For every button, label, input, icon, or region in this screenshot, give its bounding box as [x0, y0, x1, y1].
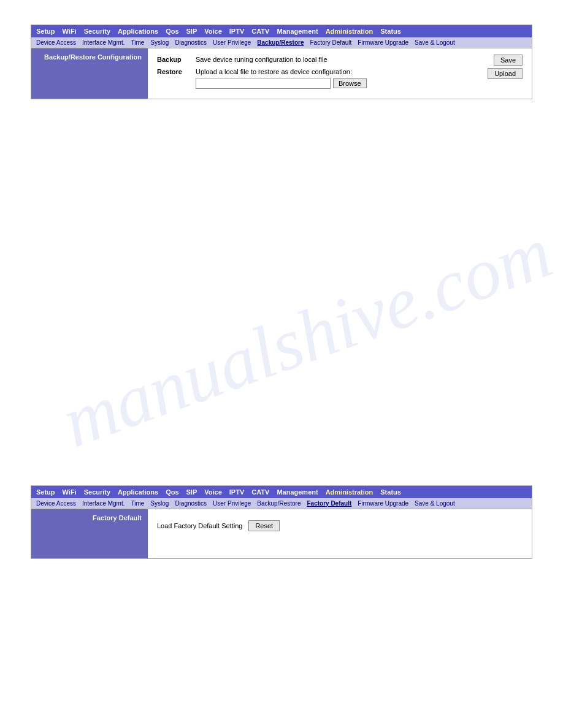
- file-input[interactable]: [196, 78, 331, 89]
- sub-syslog-2[interactable]: Syslog: [150, 500, 169, 507]
- backup-restore-panel: Setup WiFi Security Applications Qos SIP…: [31, 25, 532, 99]
- sidebar-label-1: Backup/Restore Configuration: [44, 53, 142, 61]
- nav-catv-1[interactable]: CATV: [251, 28, 269, 35]
- sidebar-2: Factory Default: [31, 509, 148, 558]
- content-area-2: Factory Default Load Factory Default Set…: [31, 509, 532, 558]
- backup-label: Backup: [157, 55, 191, 63]
- top-nav-1: Setup WiFi Security Applications Qos SIP…: [31, 25, 532, 37]
- nav-status-2[interactable]: Status: [380, 488, 401, 496]
- nav-administration-1[interactable]: Administration: [326, 28, 373, 35]
- nav-management-2[interactable]: Management: [277, 488, 318, 496]
- sub-device-access-1[interactable]: Device Access: [36, 39, 76, 46]
- sub-factory-default-1[interactable]: Factory Default: [310, 39, 351, 46]
- sub-user-privilege-2[interactable]: User Privilege: [213, 500, 251, 507]
- nav-sip-1[interactable]: SIP: [186, 28, 197, 35]
- sub-firmware-upgrade-1[interactable]: Firmware Upgrade: [358, 39, 408, 46]
- nav-wifi-1[interactable]: WiFi: [63, 28, 77, 35]
- nav-wifi-2[interactable]: WiFi: [63, 488, 77, 496]
- restore-row: Restore Upload a local file to restore a…: [157, 67, 475, 89]
- sub-nav-2: Device Access Interface Mgmt. Time Syslo…: [31, 498, 532, 509]
- save-button[interactable]: Save: [494, 55, 523, 66]
- backup-row-wrapper: Backup Save device runing configuration …: [157, 55, 523, 93]
- sub-diagnostics-1[interactable]: Diagnostics: [175, 39, 207, 46]
- sidebar-1: Backup/Restore Configuration: [31, 48, 148, 99]
- nav-security-1[interactable]: Security: [84, 28, 110, 35]
- sub-time-1[interactable]: Time: [131, 39, 145, 46]
- nav-management-1[interactable]: Management: [277, 28, 318, 35]
- sub-nav-1: Device Access Interface Mgmt. Time Syslo…: [31, 37, 532, 48]
- nav-catv-2[interactable]: CATV: [251, 488, 269, 496]
- sub-factory-default-2[interactable]: Factory Default: [307, 500, 351, 507]
- nav-voice-1[interactable]: Voice: [204, 28, 222, 35]
- nav-security-2[interactable]: Security: [84, 488, 110, 496]
- nav-qos-2[interactable]: Qos: [166, 488, 178, 496]
- nav-iptv-2[interactable]: IPTV: [229, 488, 244, 496]
- sub-save-logout-1[interactable]: Save & Logout: [415, 39, 455, 46]
- page-gap: [31, 118, 532, 485]
- restore-description: Upload a local file to restore as device…: [196, 67, 352, 75]
- nav-sip-2[interactable]: SIP: [186, 488, 197, 496]
- sub-time-2[interactable]: Time: [131, 500, 145, 507]
- factory-default-panel: Setup WiFi Security Applications Qos SIP…: [31, 485, 532, 559]
- sub-save-logout-2[interactable]: Save & Logout: [415, 500, 455, 507]
- sub-device-access-2[interactable]: Device Access: [36, 500, 76, 507]
- nav-qos-1[interactable]: Qos: [166, 28, 178, 35]
- nav-applications-1[interactable]: Applications: [118, 28, 158, 35]
- main-content-2: Load Factory Default Setting Reset: [148, 509, 532, 558]
- nav-administration-2[interactable]: Administration: [326, 488, 373, 496]
- reset-button[interactable]: Reset: [248, 520, 280, 531]
- sub-user-privilege-1[interactable]: User Privilege: [213, 39, 251, 46]
- main-content-1: Backup Save device runing configuration …: [148, 48, 532, 99]
- sub-diagnostics-2[interactable]: Diagnostics: [175, 500, 207, 507]
- nav-setup-2[interactable]: Setup: [36, 488, 55, 496]
- sub-backup-restore-2[interactable]: Backup/Restore: [257, 500, 301, 507]
- backup-left: Backup Save device runing configuration …: [157, 55, 475, 93]
- backup-right: Save Upload: [481, 55, 523, 79]
- nav-voice-2[interactable]: Voice: [204, 488, 222, 496]
- content-area-1: Backup/Restore Configuration Backup Save…: [31, 48, 532, 99]
- nav-status-1[interactable]: Status: [380, 28, 401, 35]
- backup-row: Backup Save device runing configuration …: [157, 55, 475, 63]
- sidebar-label-2: Factory Default: [93, 514, 142, 521]
- nav-iptv-1[interactable]: IPTV: [229, 28, 244, 35]
- sub-backup-restore-1[interactable]: Backup/Restore: [257, 39, 304, 46]
- upload-button[interactable]: Upload: [488, 68, 523, 79]
- top-nav-2: Setup WiFi Security Applications Qos SIP…: [31, 486, 532, 498]
- nav-applications-2[interactable]: Applications: [118, 488, 158, 496]
- factory-default-label: Load Factory Default Setting: [157, 522, 242, 529]
- sub-interface-mgmt-1[interactable]: Interface Mgmt.: [82, 39, 124, 46]
- restore-label: Restore: [157, 67, 191, 75]
- backup-description: Save device runing configuration to loca…: [196, 55, 475, 63]
- sub-firmware-upgrade-2[interactable]: Firmware Upgrade: [358, 500, 408, 507]
- file-row: Browse: [196, 78, 367, 89]
- sub-interface-mgmt-2[interactable]: Interface Mgmt.: [82, 500, 124, 507]
- browse-button[interactable]: Browse: [333, 78, 367, 88]
- nav-setup-1[interactable]: Setup: [36, 28, 55, 35]
- sub-syslog-1[interactable]: Syslog: [150, 39, 169, 46]
- factory-row: Load Factory Default Setting Reset: [157, 515, 523, 536]
